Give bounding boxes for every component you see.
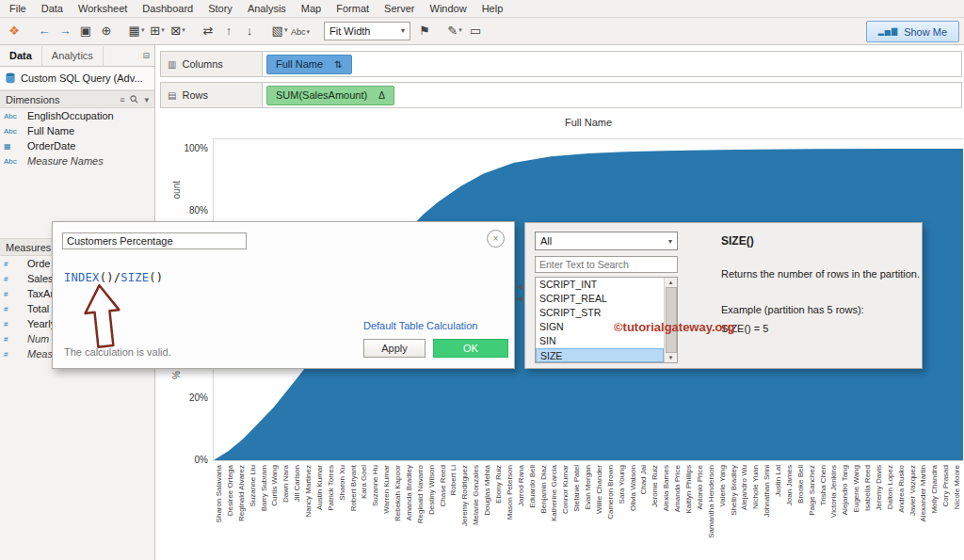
x-axis-label: Alexia Barnes bbox=[661, 465, 671, 511]
field-orderdate[interactable]: ▦OrderDate bbox=[0, 138, 154, 153]
menu-item-help[interactable]: Help bbox=[474, 0, 511, 18]
view-list-icon[interactable]: ≡ bbox=[120, 95, 124, 104]
number-field-icon: # bbox=[4, 350, 24, 359]
show-mark-labels-icon[interactable]: Abc▾ bbox=[291, 23, 310, 41]
pill-sum-salesamount[interactable]: SUM(SalesAmount) Δ bbox=[266, 86, 394, 105]
scroll-down-icon[interactable]: ▾ bbox=[669, 354, 673, 361]
x-axis-label: Eugene Wang bbox=[851, 465, 861, 512]
presentation-mode-icon[interactable]: ▭ bbox=[466, 21, 485, 40]
datasource-item[interactable]: Custom SQL Query (Adv... bbox=[0, 67, 154, 90]
chevron-down-icon: ▾ bbox=[307, 28, 311, 36]
function-item-script_str[interactable]: SCRIPT_STR bbox=[536, 306, 664, 320]
field-measure-names[interactable]: AbcMeasure Names bbox=[0, 153, 154, 168]
ok-button[interactable]: OK bbox=[433, 339, 508, 358]
menu-item-server[interactable]: Server bbox=[377, 0, 422, 18]
function-item-script_int[interactable]: SCRIPT_INT bbox=[536, 278, 664, 292]
pane-expander-arrow-icon[interactable]: ◀ bbox=[515, 293, 524, 305]
x-axis-label: Antonio Price bbox=[695, 465, 705, 510]
x-axis-label: Nancy Martinez bbox=[303, 465, 313, 518]
calculation-name-input[interactable] bbox=[62, 232, 247, 249]
function-category-select[interactable]: All ▾ bbox=[535, 232, 678, 250]
swap-axes-icon[interactable]: ⇄ bbox=[199, 21, 217, 40]
x-axis-label: Rebekah Kapoor bbox=[393, 465, 403, 521]
x-axis-label: Molly Chandra bbox=[929, 465, 940, 514]
string-field-icon: Abc bbox=[4, 127, 24, 136]
new-worksheet-icon[interactable]: ▦▾ bbox=[127, 21, 146, 40]
x-axis-label: Reginald Navarro bbox=[415, 465, 426, 523]
menu-item-analysis[interactable]: Analysis bbox=[240, 0, 294, 18]
field-full-name[interactable]: AbcFull Name bbox=[0, 123, 154, 138]
x-axis-label: Shelby Bradley bbox=[729, 465, 739, 516]
pill-full-name[interactable]: Full Name ⇅ bbox=[266, 55, 352, 74]
x-axis-label: Patrick Torres bbox=[326, 465, 336, 511]
string-field-icon: Abc bbox=[4, 112, 24, 120]
chevron-down-icon: ▾ bbox=[182, 26, 185, 34]
tab-analytics[interactable]: Analytics bbox=[42, 46, 104, 66]
tab-data[interactable]: Data bbox=[0, 46, 42, 66]
undo-icon[interactable]: ← bbox=[35, 21, 54, 40]
menu-item-dashboard[interactable]: Dashboard bbox=[135, 0, 201, 18]
column-header-title: Full Name bbox=[214, 117, 963, 128]
show-me-label: Show Me bbox=[904, 26, 947, 38]
function-pane-expander[interactable]: ◀◀ bbox=[515, 280, 524, 305]
menu-item-window[interactable]: Window bbox=[423, 0, 474, 18]
pane-expander-arrow-icon[interactable]: ◀ bbox=[515, 280, 524, 293]
menu-item-file[interactable]: File bbox=[2, 0, 34, 18]
annotation-arrow-icon bbox=[77, 280, 127, 352]
sort-descending-icon[interactable]: ↓ bbox=[240, 21, 259, 40]
menu-item-map[interactable]: Map bbox=[294, 0, 329, 18]
x-axis-label: Douglas Mehta bbox=[482, 465, 492, 516]
y-tick-label: 80% bbox=[156, 205, 208, 216]
pane-collapse-icon[interactable]: ⊟ bbox=[142, 51, 150, 60]
columns-shelf[interactable]: ▥ Columns Full Name ⇅ bbox=[160, 51, 962, 77]
function-item-sin[interactable]: SIN bbox=[536, 334, 664, 348]
database-icon bbox=[5, 72, 16, 84]
chevron-down-icon: ▾ bbox=[458, 26, 462, 34]
apply-button[interactable]: Apply bbox=[363, 339, 426, 358]
chevron-down-icon[interactable]: ▾ bbox=[144, 95, 149, 104]
x-axis-label: Cameron Brown bbox=[605, 465, 616, 520]
highlight-icon[interactable]: ✎▾ bbox=[445, 21, 464, 40]
search-icon[interactable] bbox=[130, 95, 138, 104]
rows-shelf[interactable]: ▤ Rows SUM(SalesAmount) Δ bbox=[160, 82, 962, 108]
x-axis-label: Mason Peterson bbox=[505, 465, 515, 520]
rows-shelf-body[interactable]: SUM(SalesAmount) Δ bbox=[263, 83, 961, 107]
number-field-icon: # bbox=[4, 320, 24, 328]
shelf-area: ▥ Columns Full Name ⇅ ▤ Rows SUM(SalesAm… bbox=[156, 45, 964, 113]
add-data-icon[interactable]: ⊕ bbox=[97, 21, 116, 40]
duplicate-sheet-icon[interactable]: ⊞▾ bbox=[148, 21, 167, 40]
menu-item-data[interactable]: Data bbox=[34, 0, 71, 18]
plot-border-top bbox=[214, 138, 963, 139]
fit-selector[interactable]: Fit Width▾ bbox=[324, 22, 410, 40]
function-search-input[interactable] bbox=[535, 256, 678, 273]
close-icon[interactable]: × bbox=[487, 230, 505, 248]
sort-badge-icon[interactable]: ⇅ bbox=[334, 59, 342, 70]
menu-item-story[interactable]: Story bbox=[201, 0, 240, 18]
formula-token: SIZE bbox=[120, 271, 149, 284]
menu-item-worksheet[interactable]: Worksheet bbox=[71, 0, 135, 18]
save-icon[interactable]: ▣ bbox=[76, 21, 95, 40]
field-label: OrderDate bbox=[27, 140, 75, 152]
tableau-logo-icon[interactable]: ❖ bbox=[5, 21, 24, 40]
field-englishoccupation[interactable]: AbcEnglishOccupation bbox=[0, 108, 154, 123]
clear-sheet-icon[interactable]: ⊠▾ bbox=[169, 21, 187, 40]
redo-icon[interactable]: → bbox=[56, 21, 74, 40]
scroll-up-icon[interactable]: ▴ bbox=[669, 279, 673, 286]
show-me-button[interactable]: ▂▅▇ Show Me bbox=[866, 21, 959, 42]
table-calc-badge-icon[interactable]: Δ bbox=[378, 90, 385, 101]
function-item-size[interactable]: SIZE bbox=[536, 348, 664, 362]
default-table-calculation-link[interactable]: Default Table Calculation bbox=[363, 320, 477, 331]
menu-item-format[interactable]: Format bbox=[329, 0, 377, 18]
columns-shelf-body[interactable]: Full Name ⇅ bbox=[263, 52, 961, 76]
toolbar-icons: ❖←→▣⊕▦▾⊞▾⊠▾⇄↑↓▧▾Abc▾Fit Width▾⚑✎▾▭ bbox=[4, 21, 486, 41]
group-members-icon[interactable]: ▧▾ bbox=[270, 21, 289, 40]
x-axis-label: Amanda Price bbox=[672, 465, 683, 512]
x-axis-label: Olivia Watson bbox=[628, 465, 638, 511]
number-field-icon: # bbox=[4, 260, 24, 268]
x-axis-label: Katherine Garcia bbox=[549, 465, 559, 521]
pin-axes-icon[interactable]: ⚑ bbox=[415, 21, 434, 40]
x-axis-label: Paige Sanchez bbox=[807, 465, 817, 516]
function-item-script_real[interactable]: SCRIPT_REAL bbox=[536, 292, 664, 306]
sort-ascending-icon[interactable]: ↑ bbox=[219, 21, 238, 40]
x-axis-label: Isabella Reed bbox=[862, 465, 873, 511]
